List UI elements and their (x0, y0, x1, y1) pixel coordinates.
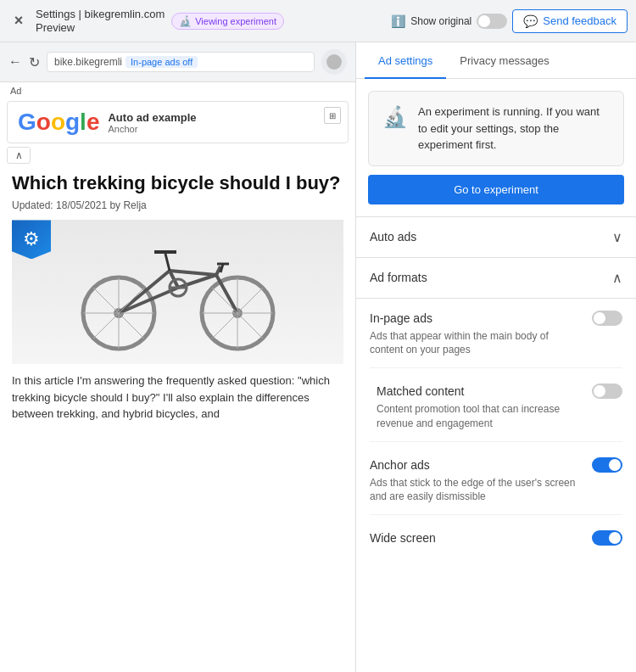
tab-privacy-messages[interactable]: Privacy messages (446, 42, 562, 79)
in-page-ads-title: In-page ads (370, 311, 432, 325)
matched-content-header: Matched content (377, 384, 622, 399)
auto-ads-chevron: ∨ (612, 229, 622, 245)
right-panel: Ad settings Privacy messages 🔬 An experi… (356, 42, 636, 672)
gear-badge: ⚙ (12, 220, 51, 259)
svg-line-22 (93, 313, 119, 339)
top-bar: × Settings | bikegremlin.com Preview 🔬 V… (0, 0, 636, 42)
send-feedback-label: Send feedback (543, 14, 616, 27)
nav-refresh-button[interactable]: ↻ (29, 54, 40, 70)
experiment-notice: 🔬 An experiment is running. If you want … (368, 91, 624, 166)
left-panel: ← ↻ bike.bikegremli In-page ads off Ad G… (0, 42, 356, 672)
page-title-sub: Preview (36, 21, 165, 35)
close-button[interactable]: × (8, 11, 29, 31)
collapse-button[interactable]: ∧ (7, 147, 31, 164)
wide-screen-header: Wide screen (370, 530, 622, 546)
article-body: In this article I'm answering the freque… (12, 372, 343, 423)
main-layout: ← ↻ bike.bikegremli In-page ads off Ad G… (0, 42, 636, 672)
wide-screen-title: Wide screen (370, 531, 436, 545)
send-feedback-button[interactable]: 💬 Send feedback (512, 9, 628, 33)
in-page-ads-header: In-page ads (370, 311, 622, 326)
anchor-ads-desc: Ads that stick to the edge of the user's… (370, 476, 622, 505)
svg-line-6 (170, 271, 216, 275)
feedback-icon: 💬 (523, 14, 538, 28)
page-title-area: Settings | bikegremlin.com Preview (36, 8, 165, 34)
ad-formats-title: Ad formats (370, 271, 427, 284)
svg-line-28 (237, 313, 263, 339)
ad-settings-content: In-page ads Ads that appear within the m… (356, 298, 636, 557)
anchor-ads-title: Anchor ads (370, 458, 430, 472)
browser-extra-button[interactable] (321, 49, 347, 75)
tabs-row: Ad settings Privacy messages (356, 42, 636, 79)
page-content: Ad Google Auto ad example Anchor ⊞ ∧ Whi… (0, 82, 355, 429)
in-page-ads-toggle[interactable] (592, 311, 622, 326)
svg-line-20 (93, 288, 119, 313)
show-original-toggle[interactable] (477, 14, 507, 29)
url-text: bike.bikegremli (54, 56, 122, 68)
experiment-notice-text: An experiment is running. If you want to… (418, 104, 610, 154)
gear-icon: ⚙ (23, 228, 40, 250)
svg-line-30 (212, 313, 237, 339)
divider (370, 367, 622, 368)
article-meta: Updated: 18/05/2021 by Relja (12, 199, 343, 211)
ad-expand-button[interactable]: ⊞ (324, 107, 341, 124)
toggle-knob (594, 385, 605, 397)
bike-svg (59, 228, 297, 356)
browser-chrome: ← ↻ bike.bikegremli In-page ads off (0, 42, 355, 82)
toggle-knob (594, 312, 605, 324)
circle-icon (326, 54, 342, 70)
tab-ad-settings[interactable]: Ad settings (365, 42, 446, 79)
show-original-area: ℹ️ Show original 💬 Send feedback (391, 9, 628, 33)
experiment-label: Viewing experiment (195, 16, 276, 26)
wide-screen-row: Wide screen (356, 518, 636, 556)
experiment-badge: 🔬 Viewing experiment (171, 13, 284, 30)
auto-ad-example: Google Auto ad example Anchor ⊞ (7, 101, 349, 143)
article-title: Which trekking bicycle should I buy? (12, 172, 343, 194)
show-original-label: Show original (410, 15, 471, 27)
article-content: Which trekking bicycle should I buy? Upd… (0, 165, 355, 429)
ad-example-subtitle: Anchor (108, 124, 196, 134)
url-bar: bike.bikegremli In-page ads off (47, 52, 315, 72)
matched-content-desc: Content promotion tool that can increase… (377, 402, 622, 431)
article-image-area: ⚙ (12, 220, 343, 364)
ad-example-text: Auto ad example Anchor (108, 111, 196, 134)
wide-screen-toggle[interactable] (592, 530, 622, 546)
experiment-notice-icon: 🔬 (382, 105, 408, 129)
svg-line-26 (237, 288, 263, 313)
in-page-ads-row: In-page ads Ads that appear within the m… (356, 299, 636, 365)
page-title-main: Settings | bikegremlin.com (36, 8, 165, 21)
anchor-ads-row: Anchor ads Ads that stick to the edge of… (356, 445, 636, 512)
matched-content-row: Matched content Content promotion tool t… (356, 372, 636, 438)
nav-back-button[interactable]: ← (8, 54, 22, 70)
toggle-knob (478, 15, 490, 27)
anchor-ads-toggle[interactable] (592, 457, 622, 473)
info-icon: ℹ️ (391, 14, 405, 28)
toggle-knob (609, 459, 621, 471)
divider (370, 441, 622, 442)
auto-ads-title: Auto ads (370, 230, 416, 244)
ad-formats-section[interactable]: Ad formats ∧ (356, 257, 636, 298)
matched-content-title: Matched content (377, 384, 465, 398)
ad-label: Ad (0, 82, 355, 98)
anchor-ads-header: Anchor ads (370, 457, 622, 473)
svg-line-13 (165, 254, 170, 271)
bike-image (12, 220, 343, 364)
ads-off-badge: In-page ads off (126, 56, 198, 68)
google-logo: Google (18, 109, 99, 136)
experiment-icon: 🔬 (179, 15, 192, 27)
in-page-ads-desc: Ads that appear within the main body of … (370, 329, 622, 358)
ad-example-title: Auto ad example (108, 111, 196, 124)
divider (370, 514, 622, 515)
matched-content-toggle[interactable] (592, 384, 622, 399)
go-experiment-button[interactable]: Go to experiment (368, 175, 624, 204)
ad-formats-chevron: ∧ (612, 270, 622, 286)
svg-line-24 (119, 313, 144, 339)
auto-ads-section[interactable]: Auto ads ∨ (356, 216, 636, 257)
toggle-knob (609, 532, 621, 544)
